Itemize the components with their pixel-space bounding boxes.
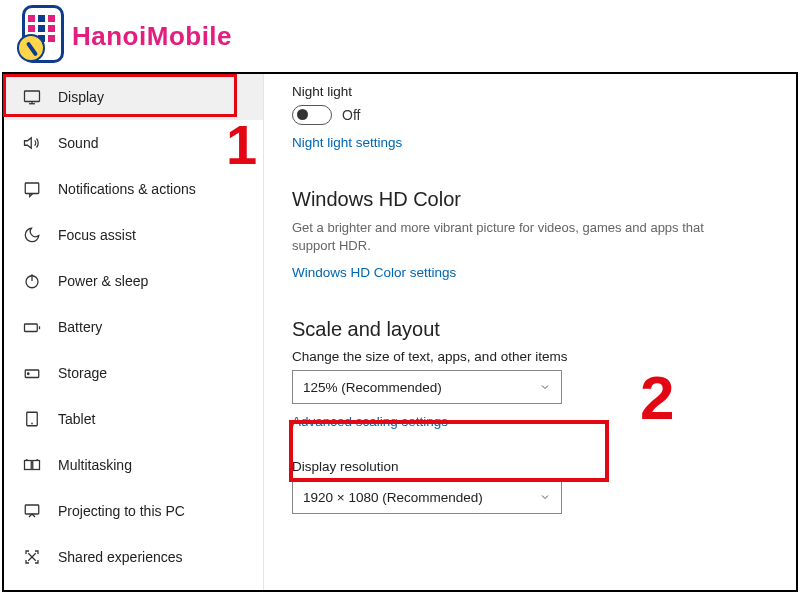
sidebar-item-battery[interactable]: Battery — [4, 304, 263, 350]
hd-color-title: Windows HD Color — [292, 188, 768, 211]
sidebar-item-label: Shared experiences — [58, 549, 183, 565]
storage-icon — [22, 363, 42, 383]
scale-change-label: Change the size of text, apps, and other… — [292, 349, 768, 364]
advanced-scaling-link[interactable]: Advanced scaling settings — [292, 414, 448, 429]
projecting-icon — [22, 501, 42, 521]
notifications-icon — [22, 179, 42, 199]
sidebar-item-label: Tablet — [58, 411, 95, 427]
multitasking-icon — [22, 455, 42, 475]
sidebar: Display Sound Notifications & actions Fo… — [4, 74, 264, 590]
chevron-down-icon — [539, 491, 551, 503]
svg-rect-17 — [25, 505, 39, 514]
night-light-toggle[interactable] — [292, 105, 332, 125]
sidebar-item-shared-experiences[interactable]: Shared experiences — [4, 534, 263, 580]
brand-logo-text: HanoiMobile — [72, 21, 232, 52]
power-icon — [22, 271, 42, 291]
svg-point-10 — [28, 373, 30, 375]
tablet-icon — [22, 409, 42, 429]
hd-color-desc: Get a brighter and more vibrant picture … — [292, 219, 722, 255]
svg-rect-4 — [25, 183, 39, 194]
svg-rect-14 — [33, 460, 40, 469]
sidebar-item-label: Projecting to this PC — [58, 503, 185, 519]
svg-rect-13 — [25, 460, 32, 469]
annotation-number-1: 1 — [226, 112, 257, 177]
sidebar-item-display[interactable]: Display — [4, 74, 263, 120]
sidebar-item-label: Power & sleep — [58, 273, 148, 289]
annotation-number-2: 2 — [640, 362, 674, 433]
night-light-label: Night light — [292, 84, 768, 99]
sidebar-item-label: Storage — [58, 365, 107, 381]
sidebar-item-multitasking[interactable]: Multitasking — [4, 442, 263, 488]
sidebar-item-projecting[interactable]: Projecting to this PC — [4, 488, 263, 534]
display-icon — [22, 87, 42, 107]
battery-icon — [22, 317, 42, 337]
sidebar-item-storage[interactable]: Storage — [4, 350, 263, 396]
chevron-down-icon — [539, 381, 551, 393]
content-area: Night light Off Night light settings Win… — [264, 74, 796, 590]
sidebar-item-sound[interactable]: Sound — [4, 120, 263, 166]
sound-icon — [22, 133, 42, 153]
sidebar-item-notifications[interactable]: Notifications & actions — [4, 166, 263, 212]
sidebar-item-label: Sound — [58, 135, 98, 151]
night-light-state: Off — [342, 107, 360, 123]
scale-layout-title: Scale and layout — [292, 318, 768, 341]
logo-area: HanoiMobile — [0, 0, 800, 72]
brand-logo-icon — [14, 5, 66, 67]
sidebar-item-focus-assist[interactable]: Focus assist — [4, 212, 263, 258]
sidebar-item-power-sleep[interactable]: Power & sleep — [4, 258, 263, 304]
sidebar-item-label: Notifications & actions — [58, 181, 196, 197]
night-light-settings-link[interactable]: Night light settings — [292, 135, 402, 150]
scale-dropdown[interactable]: 125% (Recommended) — [292, 370, 562, 404]
svg-marker-3 — [25, 137, 32, 148]
sidebar-item-label: Display — [58, 89, 104, 105]
hd-color-settings-link[interactable]: Windows HD Color settings — [292, 265, 456, 280]
resolution-label: Display resolution — [292, 459, 768, 474]
resolution-dropdown[interactable]: 1920 × 1080 (Recommended) — [292, 480, 562, 514]
sidebar-item-label: Focus assist — [58, 227, 136, 243]
sidebar-item-tablet[interactable]: Tablet — [4, 396, 263, 442]
focus-assist-icon — [22, 225, 42, 245]
svg-rect-0 — [25, 91, 40, 102]
svg-rect-7 — [25, 324, 38, 332]
resolution-dropdown-value: 1920 × 1080 (Recommended) — [303, 490, 483, 505]
sidebar-item-label: Multitasking — [58, 457, 132, 473]
scale-dropdown-value: 125% (Recommended) — [303, 380, 442, 395]
settings-window: Display Sound Notifications & actions Fo… — [2, 72, 798, 592]
sidebar-item-label: Battery — [58, 319, 102, 335]
shared-experiences-icon — [22, 547, 42, 567]
